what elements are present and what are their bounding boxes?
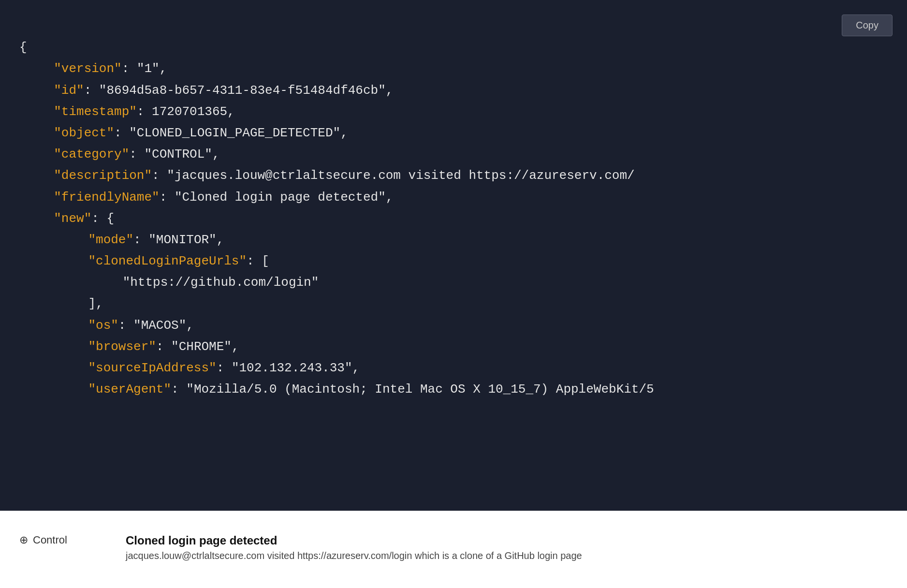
json-line-array-close: ], [19, 296, 103, 311]
json-line-object: "object": "CLONED_LOGIN_PAGE_DETECTED", [19, 126, 348, 140]
value-os: "MACOS" [133, 318, 186, 333]
key-id: "id" [54, 83, 84, 98]
json-line-timestamp: "timestamp": 1720701365, [19, 104, 235, 119]
json-line-mode: "mode": "MONITOR", [19, 233, 224, 247]
json-line-os: "os": "MACOS", [19, 318, 194, 333]
value-version: "1" [137, 61, 160, 76]
footer-top: ⊕ Control Cloned login page detected jac… [19, 534, 888, 561]
json-content: { "version": "1", "id": "8694d5a8-b657-4… [19, 15, 888, 422]
json-line-user-agent: "userAgent": "Mozilla/5.0 (Macintosh; In… [19, 382, 654, 397]
key-mode: "mode" [88, 233, 133, 247]
json-panel: Copy { "version": "1", "id": "8694d5a8-b… [0, 0, 907, 511]
json-line-category: "category": "CONTROL", [19, 147, 220, 162]
json-line-browser: "browser": "CHROME", [19, 339, 239, 354]
json-line-cloned-urls: "clonedLoginPageUrls": [ [19, 254, 269, 268]
key-os: "os" [88, 318, 118, 333]
footer-category: ⊕ Control [19, 534, 97, 546]
key-friendlyname: "friendlyName" [54, 190, 159, 205]
json-line-url-value: "https://github.com/login" [19, 275, 319, 290]
json-line-description: "description": "jacques.louw@ctrlaltsecu… [19, 168, 635, 183]
value-friendlyname: "Cloned login page detected" [175, 190, 386, 205]
key-user-agent: "userAgent" [88, 382, 171, 397]
footer-right: Cloned login page detected jacques.louw@… [126, 534, 888, 561]
json-line-id: "id": "8694d5a8-b657-4311-83e4-f51484df4… [19, 83, 393, 98]
key-version: "version" [54, 61, 121, 76]
key-description: "description" [54, 168, 152, 183]
footer-title: Cloned login page detected [126, 534, 888, 547]
array-close: ] [88, 296, 96, 311]
key-cloned-urls: "clonedLoginPageUrls" [88, 254, 247, 268]
json-line-version: "version": "1", [19, 61, 167, 76]
new-open-brace: { [106, 211, 114, 226]
footer-description: jacques.louw@ctrlaltsecure.com visited h… [126, 550, 888, 561]
json-line-new: "new": { [19, 211, 114, 226]
value-source-ip: "102.132.243.33" [232, 361, 352, 375]
value-description: "jacques.louw@ctrlaltsecure.com visited … [167, 168, 634, 183]
copy-button[interactable]: Copy [842, 15, 892, 36]
value-url: "https://github.com/login" [123, 275, 319, 290]
value-browser: "CHROME" [171, 339, 232, 354]
footer-category-label: Control [33, 534, 67, 546]
key-source-ip: "sourceIpAddress" [88, 361, 216, 375]
json-line-source-ip: "sourceIpAddress": "102.132.243.33", [19, 361, 360, 375]
value-user-agent: "Mozilla/5.0 (Macintosh; Intel Mac OS X … [186, 382, 654, 397]
value-category: "CONTROL" [144, 147, 212, 162]
value-object: "CLONED_LOGIN_PAGE_DETECTED" [129, 126, 340, 140]
key-category: "category" [54, 147, 129, 162]
value-mode: "MONITOR" [148, 233, 216, 247]
json-line-friendlyname: "friendlyName": "Cloned login page detec… [19, 190, 393, 205]
key-new: "new" [54, 211, 91, 226]
value-timestamp: 1720701365 [152, 104, 227, 119]
key-browser: "browser" [88, 339, 156, 354]
target-icon: ⊕ [19, 534, 28, 546]
value-id: "8694d5a8-b657-4311-83e4-f51484df46cb" [99, 83, 386, 98]
key-timestamp: "timestamp" [54, 104, 137, 119]
footer-panel: ⊕ Control Cloned login page detected jac… [0, 511, 907, 588]
key-object: "object" [54, 126, 114, 140]
array-open: [ [262, 254, 269, 268]
opening-brace: { [19, 40, 27, 55]
